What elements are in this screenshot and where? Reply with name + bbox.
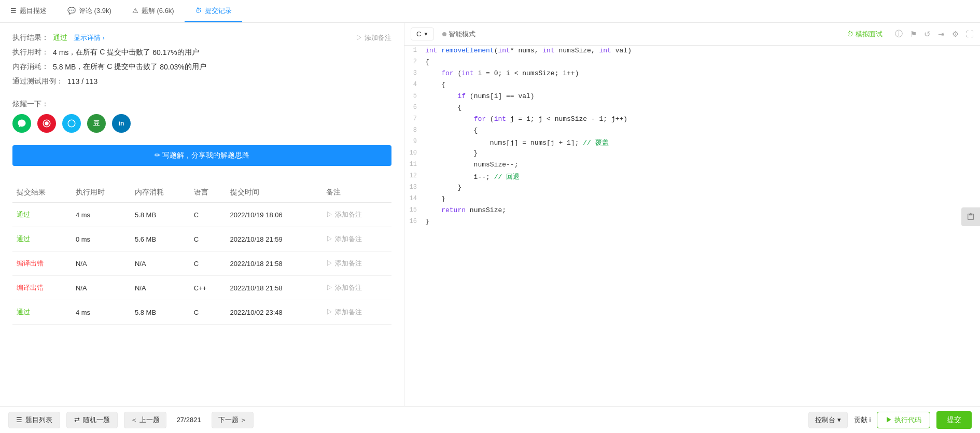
- info-icon[interactable]: ⓘ: [895, 29, 903, 39]
- col-status: 提交结果: [12, 183, 72, 203]
- cell-submit-time: 2022/10/02 23:48: [226, 300, 323, 325]
- page-indicator: 27/2821: [173, 416, 205, 424]
- social-icons: 豆 in: [12, 114, 391, 133]
- next-label: 下一题 ＞: [218, 415, 247, 425]
- test-cases-value: 113 / 113: [67, 77, 97, 86]
- problem-list-btn[interactable]: ☰ 题目列表: [8, 412, 60, 428]
- cell-note[interactable]: ▷ 添加备注: [322, 300, 391, 325]
- clock-green-icon: ⏱: [847, 30, 853, 38]
- line-code: nums[j] = nums[j + 1]; // 覆盖: [425, 137, 980, 147]
- douban-icon[interactable]: 豆: [87, 114, 106, 133]
- memory-percent: 80.03%: [160, 63, 184, 71]
- result-row: 执行结果： 通过 显示详情 › ▷ 添加备注: [12, 33, 391, 43]
- run-label: ▶ 执行代码: [886, 415, 921, 425]
- cell-time: 0 ms: [72, 227, 131, 252]
- detail-link[interactable]: 显示详情 ›: [74, 33, 105, 43]
- flag-icon[interactable]: ⚑: [910, 30, 917, 39]
- language-select[interactable]: C ▼: [411, 27, 434, 40]
- result-status: 通过: [53, 33, 67, 43]
- line-number: 7: [404, 114, 425, 122]
- code-line: 12 i--; // 回退: [404, 171, 980, 183]
- line-code: }: [425, 217, 980, 226]
- col-memory: 内存消耗: [131, 183, 190, 203]
- table-row: 编译出错 N/A N/A C 2022/10/18 21:58 ▷ 添加备注: [12, 252, 391, 276]
- cell-status: 编译出错: [12, 276, 72, 300]
- linkedin-icon[interactable]: in: [112, 114, 131, 133]
- cell-memory: N/A: [131, 252, 190, 276]
- list-icon: ☰: [16, 416, 22, 424]
- cell-submit-time: 2022/10/18 21:59: [226, 227, 323, 252]
- problem-list-label: 题目列表: [25, 415, 52, 425]
- weibo-icon[interactable]: [37, 114, 56, 133]
- tab-description[interactable]: ☰ 题目描述: [0, 0, 57, 22]
- random-label: 随机一题: [83, 415, 110, 425]
- code-line: 7 for (int j = i; j < numsSize - 1; j++): [404, 114, 980, 125]
- refresh-icon[interactable]: ↺: [924, 30, 931, 39]
- prev-btn[interactable]: ＜ 上一题: [124, 412, 166, 428]
- cell-note[interactable]: ▷ 添加备注: [322, 252, 391, 276]
- run-btn[interactable]: ▶ 执行代码: [877, 412, 930, 428]
- col-note: 备注: [322, 183, 391, 203]
- cell-note[interactable]: ▷ 添加备注: [322, 276, 391, 300]
- memory-label: 内存消耗：: [12, 62, 49, 72]
- console-label: 控制台 ▾: [815, 415, 841, 425]
- line-code: {: [425, 80, 980, 89]
- code-editor[interactable]: 1int removeElement(int* nums, int numsSi…: [404, 46, 980, 406]
- tab-description-label: 题目描述: [20, 6, 47, 16]
- smart-mode-toggle[interactable]: 智能模式: [442, 30, 475, 39]
- right-panel: C ▼ 智能模式 ⏱ 模拟面试 ⓘ ⚑ ↺ ⇥ ⚙ ⛶ 1int re: [404, 23, 980, 406]
- line-code: }: [425, 148, 980, 157]
- main-area: 执行结果： 通过 显示详情 › ▷ 添加备注 执行用时： 4 ms ，在所有 C…: [0, 23, 980, 406]
- line-code: numsSize--;: [425, 160, 980, 169]
- qq-icon[interactable]: [62, 114, 81, 133]
- cell-submit-time: 2022/10/18 21:58: [226, 252, 323, 276]
- line-number: 16: [404, 217, 425, 225]
- memory-suffix2: 的用户: [185, 62, 206, 72]
- expand-icon[interactable]: ⇥: [938, 30, 945, 39]
- table-row: 通过 4 ms 5.8 MB C 2022/10/02 23:48 ▷ 添加备注: [12, 300, 391, 325]
- cell-time: 4 ms: [72, 300, 131, 325]
- result-label: 执行结果：: [12, 33, 49, 43]
- top-tabs: ☰ 题目描述 💬 评论 (3.9k) ⚠ 题解 (6.6k) ⏱ 提交记录: [0, 0, 980, 23]
- line-number: 8: [404, 125, 425, 134]
- line-code: return numsSize;: [425, 205, 980, 214]
- exec-time-value: 4 ms: [53, 48, 68, 57]
- test-cases-label: 通过测试用例：: [12, 77, 63, 86]
- cell-status[interactable]: 通过: [12, 203, 72, 227]
- contribute-btn[interactable]: 贡献 i: [854, 415, 871, 425]
- tab-solutions-label: 题解 (6.6k): [142, 6, 174, 16]
- code-line: 14 }: [404, 194, 980, 205]
- cell-status[interactable]: 通过: [12, 227, 72, 252]
- line-code: {: [425, 125, 980, 134]
- cell-status[interactable]: 通过: [12, 300, 72, 325]
- submit-btn[interactable]: 提交: [936, 411, 972, 429]
- settings-icon[interactable]: ⚙: [952, 30, 959, 39]
- tab-submissions[interactable]: ⏱ 提交记录: [185, 0, 242, 22]
- editor-toolbar: C ▼ 智能模式 ⏱ 模拟面试 ⓘ ⚑ ↺ ⇥ ⚙ ⛶: [404, 23, 980, 46]
- random-btn[interactable]: ⇄ 随机一题: [66, 412, 118, 428]
- prev-label: ＜ 上一题: [131, 415, 160, 425]
- code-line: 3 for (int i = 0; i < numsSize; i++): [404, 68, 980, 80]
- console-btn[interactable]: 控制台 ▾: [808, 412, 848, 428]
- write-solution-btn[interactable]: ✏ 写题解，分享我的解题思路: [12, 145, 391, 166]
- simulate-btn[interactable]: ⏱ 模拟面试: [847, 30, 883, 39]
- line-code: i--; // 回退: [425, 171, 980, 181]
- code-line: 6 {: [404, 103, 980, 114]
- cell-note[interactable]: ▷ 添加备注: [322, 203, 391, 227]
- table-header-row: 提交结果 执行用时 内存消耗 语言 提交时间 备注: [12, 183, 391, 203]
- next-btn[interactable]: 下一题 ＞: [212, 412, 254, 428]
- cell-time: N/A: [72, 252, 131, 276]
- add-note-btn[interactable]: ▷ 添加备注: [356, 33, 391, 43]
- bulb-icon: ⚠: [132, 7, 138, 15]
- tab-comments[interactable]: 💬 评论 (3.9k): [57, 0, 122, 22]
- cell-memory: 5.6 MB: [131, 227, 190, 252]
- exec-time-label: 执行用时：: [12, 48, 49, 57]
- bottom-bar: ☰ 题目列表 ⇄ 随机一题 ＜ 上一题 27/2821 下一题 ＞ 控制台 ▾ …: [0, 406, 980, 433]
- wechat-icon[interactable]: [12, 114, 31, 133]
- cell-note[interactable]: ▷ 添加备注: [322, 227, 391, 252]
- tab-submissions-label: 提交记录: [205, 6, 232, 16]
- tab-solutions[interactable]: ⚠ 题解 (6.6k): [122, 0, 185, 22]
- fullscreen-icon[interactable]: ⛶: [966, 30, 974, 38]
- smart-mode-label: 智能模式: [449, 30, 475, 39]
- clipboard-btn[interactable]: [961, 207, 980, 226]
